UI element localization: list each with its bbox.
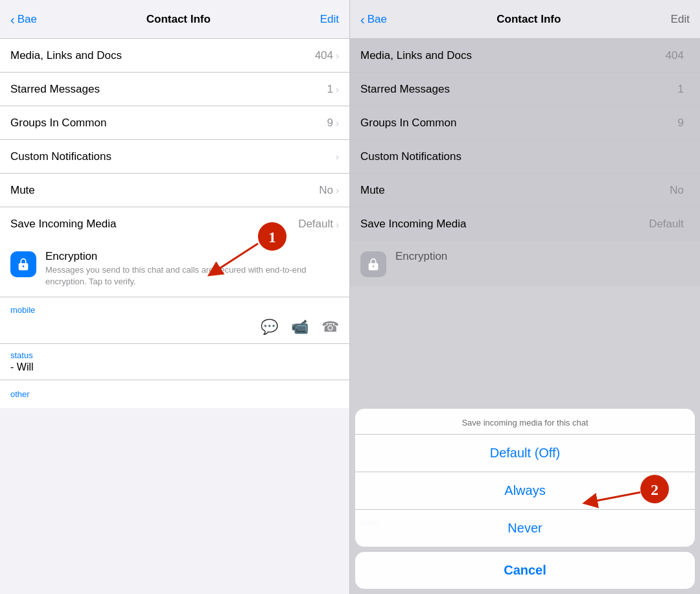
left-nav-title: Contact Info xyxy=(146,13,211,26)
right-media-links-docs-label: Media, Links and Docs xyxy=(360,49,472,62)
right-groups-in-common-value: 9 xyxy=(678,117,684,130)
right-back-label[interactable]: Bae xyxy=(368,13,387,26)
left-custom-notifications-label: Custom Notifications xyxy=(10,150,111,163)
left-nav-bar: ‹ Bae Contact Info Edit xyxy=(0,0,349,39)
action-sheet-cancel-label: Cancel xyxy=(504,563,546,578)
action-sheet-cancel-item[interactable]: Cancel xyxy=(355,552,695,589)
right-lock-icon xyxy=(360,251,386,277)
phone-icon[interactable]: ☎ xyxy=(321,319,339,336)
left-media-links-docs-label: Media, Links and Docs xyxy=(10,49,122,62)
left-mute-chevron-icon: › xyxy=(336,185,339,196)
right-starred-messages-row: Starred Messages 1 › xyxy=(350,73,700,106)
left-media-links-docs-row[interactable]: Media, Links and Docs 404 › xyxy=(0,39,349,73)
left-media-links-docs-right: 404 › xyxy=(315,49,339,62)
action-sheet-default-off-option[interactable]: Default (Off) xyxy=(355,435,695,472)
right-nav-title: Contact Info xyxy=(496,13,561,26)
left-status-label: status xyxy=(10,350,339,360)
left-custom-notifications-row[interactable]: Custom Notifications › xyxy=(0,140,349,174)
left-starred-messages-chevron-icon: › xyxy=(336,84,339,95)
left-status-value: - Will xyxy=(10,361,339,373)
left-panel: 1 ‹ Bae Contact Info Edit Media, Links a… xyxy=(0,0,350,594)
right-list-section: Media, Links and Docs 404 › Starred Mess… xyxy=(350,39,700,241)
lock-icon xyxy=(10,251,36,277)
left-groups-in-common-row[interactable]: Groups In Common 9 › xyxy=(0,106,349,140)
left-mobile-field-label: mobile xyxy=(10,305,339,315)
left-save-incoming-media-chevron-icon: › xyxy=(336,219,339,230)
right-groups-in-common-row: Groups In Common 9 › xyxy=(350,106,700,140)
right-mute-chevron-icon: › xyxy=(686,185,690,196)
right-save-incoming-media-chevron-icon: › xyxy=(686,219,690,230)
right-back-button[interactable]: ‹ Bae xyxy=(360,13,387,26)
left-groups-in-common-value: 9 xyxy=(327,117,333,130)
action-sheet-default-off-label: Default (Off) xyxy=(490,446,561,461)
right-encryption-title-partial: Encryption xyxy=(395,250,447,263)
action-sheet-always-label: Always xyxy=(504,483,545,498)
left-other-field[interactable]: other xyxy=(0,380,349,408)
left-mobile-field-actions: 💬 📹 ☎ xyxy=(10,315,339,336)
right-starred-messages-chevron-icon: › xyxy=(686,84,690,95)
left-media-links-docs-value: 404 xyxy=(315,49,333,62)
right-edit-button[interactable]: Edit xyxy=(671,13,690,26)
encryption-text: Encryption Messages you send to this cha… xyxy=(45,250,339,288)
right-save-incoming-media-value: Default xyxy=(649,218,684,231)
right-media-links-docs-chevron-icon: › xyxy=(686,50,690,61)
left-starred-messages-value: 1 xyxy=(327,83,333,96)
right-mute-label: Mute xyxy=(360,184,385,197)
left-chevron-icon: ‹ xyxy=(10,13,15,26)
left-save-incoming-media-label: Save Incoming Media xyxy=(10,218,116,231)
right-chevron-icon: ‹ xyxy=(360,13,365,26)
action-sheet-always-option[interactable]: Always xyxy=(355,472,695,510)
left-custom-notifications-right: › xyxy=(336,151,339,162)
left-save-incoming-media-value: Default xyxy=(298,218,333,231)
message-icon[interactable]: 💬 xyxy=(261,319,278,336)
action-sheet-never-option[interactable]: Never xyxy=(355,510,695,547)
right-starred-messages-label: Starred Messages xyxy=(360,83,450,96)
right-encryption-partial-row: Encryption xyxy=(350,241,700,286)
left-mute-row[interactable]: Mute No › xyxy=(0,174,349,207)
left-mute-label: Mute xyxy=(10,184,35,197)
left-groups-in-common-chevron-icon: › xyxy=(336,117,339,128)
right-mute-value: No xyxy=(670,184,684,197)
right-encryption-title: Encryption xyxy=(395,250,447,263)
right-nav-bar: ‹ Bae Contact Info Edit xyxy=(350,0,700,39)
left-save-incoming-media-right: Default › xyxy=(298,218,339,231)
left-list-section: Media, Links and Docs 404 › Starred Mess… xyxy=(0,39,349,241)
left-media-links-docs-chevron-icon: › xyxy=(336,50,339,61)
left-edit-button[interactable]: Edit xyxy=(320,13,339,26)
encryption-title: Encryption xyxy=(45,250,339,263)
left-starred-messages-label: Starred Messages xyxy=(10,83,100,96)
action-sheet-never-label: Never xyxy=(508,521,542,536)
right-panel: 2 ‹ Bae Contact Info Edit Media, Links a… xyxy=(350,0,700,594)
left-mute-right: No › xyxy=(319,184,339,197)
left-groups-in-common-right: 9 › xyxy=(327,117,339,130)
left-back-button[interactable]: ‹ Bae xyxy=(10,13,37,26)
left-status-field: status - Will xyxy=(0,344,349,380)
left-starred-messages-right: 1 › xyxy=(327,83,339,96)
left-back-label[interactable]: Bae xyxy=(18,13,37,26)
action-sheet-title: Save incoming media for this chat xyxy=(355,409,695,435)
right-mute-row: Mute No › xyxy=(350,174,700,207)
left-mute-value: No xyxy=(319,184,333,197)
right-custom-notifications-row: Custom Notifications › xyxy=(350,140,700,174)
right-media-links-docs-row: Media, Links and Docs 404 › xyxy=(350,39,700,73)
video-call-icon[interactable]: 📹 xyxy=(291,319,309,336)
left-mobile-field[interactable]: mobile 💬 📹 ☎ xyxy=(0,297,349,344)
right-save-incoming-media-row: Save Incoming Media Default › xyxy=(350,207,700,241)
right-custom-notifications-chevron-icon: › xyxy=(686,151,690,162)
action-sheet-main: Save incoming media for this chat Defaul… xyxy=(355,409,695,547)
right-save-incoming-media-label: Save Incoming Media xyxy=(360,218,466,231)
left-starred-messages-row[interactable]: Starred Messages 1 › xyxy=(0,73,349,106)
left-custom-notifications-chevron-icon: › xyxy=(336,151,339,162)
right-starred-messages-value: 1 xyxy=(678,83,684,96)
right-groups-in-common-label: Groups In Common xyxy=(360,117,456,130)
left-groups-in-common-label: Groups In Common xyxy=(10,117,106,130)
action-sheet-cancel-button[interactable]: Cancel xyxy=(355,552,695,589)
right-groups-in-common-chevron-icon: › xyxy=(686,117,690,128)
left-save-incoming-media-row[interactable]: Save Incoming Media Default › xyxy=(0,207,349,241)
right-custom-notifications-label: Custom Notifications xyxy=(360,150,461,163)
encryption-description: Messages you send to this chat and calls… xyxy=(45,264,339,288)
right-media-links-docs-value: 404 xyxy=(666,49,684,62)
left-encryption-row[interactable]: Encryption Messages you send to this cha… xyxy=(0,241,349,297)
left-other-label: other xyxy=(10,389,339,399)
action-sheet-overlay: Save incoming media for this chat Defaul… xyxy=(350,409,700,594)
